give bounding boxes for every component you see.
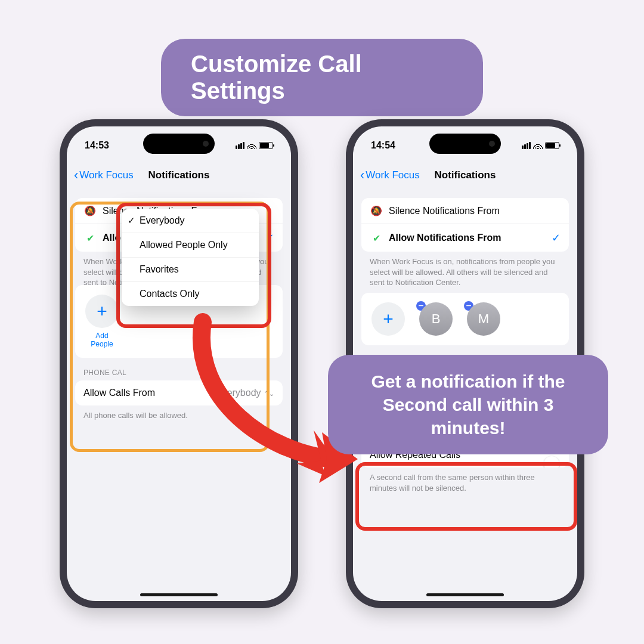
avatar: B: [419, 302, 453, 336]
allow-helper: When Work Focus is on, notifications fro…: [361, 252, 569, 293]
person-b[interactable]: − B: [417, 302, 454, 336]
battery-icon: [259, 142, 273, 149]
calls-from-popup: Everybody Allowed People Only Favorites …: [122, 209, 259, 306]
status-time: 14:53: [85, 140, 109, 151]
cellular-icon: [236, 142, 244, 149]
highlight-red-toggle: [355, 462, 577, 531]
silence-label: Silence Notifications From: [389, 206, 500, 216]
people-card: + − B − M: [361, 293, 569, 345]
popup-option-contacts[interactable]: Contacts Only: [122, 281, 259, 306]
check-icon: ✓: [552, 231, 561, 244]
notification-mode-card: 🔕 Silence Notifications From ✔︎ Allow No…: [361, 198, 569, 252]
home-indicator: [426, 593, 504, 596]
popup-option-everybody[interactable]: Everybody: [122, 209, 259, 233]
silence-row[interactable]: 🔕 Silence Notifications From: [361, 198, 569, 224]
nav-bar: ‹ Work Focus Notifications: [67, 162, 291, 188]
page-title: Customize Call Settings: [161, 39, 483, 116]
person-m[interactable]: − M: [465, 302, 502, 336]
battery-icon: [545, 142, 559, 149]
allow-label: Allow Notifications From: [389, 233, 501, 243]
nav-title: Notifications: [353, 169, 577, 181]
notch: [429, 134, 501, 154]
nav-title: Notifications: [67, 169, 291, 181]
bell-slash-icon: 🔕: [370, 205, 383, 216]
nav-bar: ‹ Work Focus Notifications: [353, 162, 577, 188]
allow-row[interactable]: ✔︎ Allow Notifications From ✓: [361, 224, 569, 252]
home-indicator: [140, 593, 218, 596]
wifi-icon: [247, 142, 256, 149]
popup-option-allowed[interactable]: Allowed People Only: [122, 233, 259, 257]
cellular-icon: [522, 142, 531, 149]
status-time: 14:54: [371, 140, 395, 151]
callout-bubble: Get a notification if the Second call wi…: [328, 355, 608, 454]
shield-check-icon: ✔︎: [370, 233, 383, 244]
wifi-icon: [533, 142, 543, 149]
notch: [143, 134, 215, 154]
popup-option-favorites[interactable]: Favorites: [122, 257, 259, 281]
avatar: M: [467, 302, 500, 336]
